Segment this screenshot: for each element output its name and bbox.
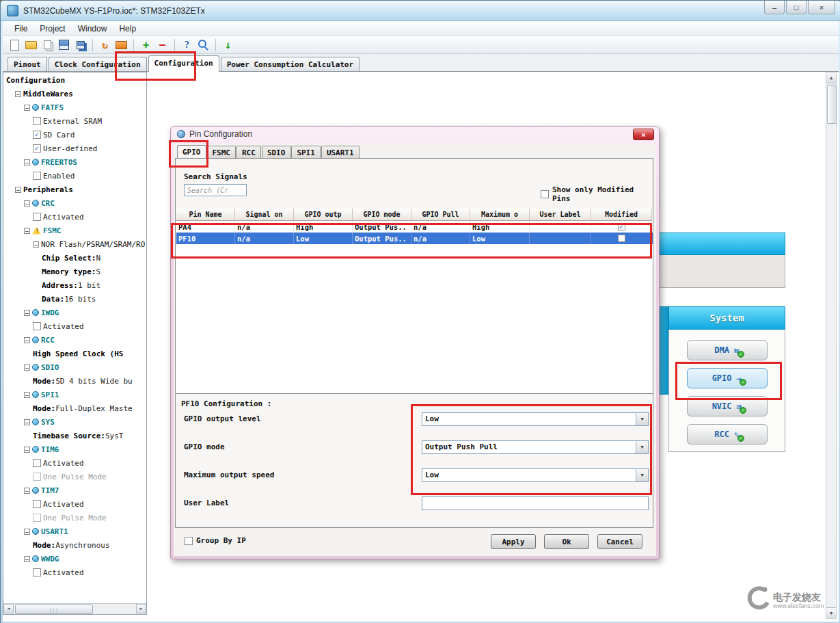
generate-icon[interactable] [115,38,128,51]
expand-toggle-icon[interactable]: − [24,105,30,111]
tree-node[interactable]: −IWDG [3,306,146,319]
menu-item-project[interactable]: Project [33,23,71,35]
table-row[interactable]: PF10n/aLowOutput Pus..n/aLow [176,233,653,244]
tree-node[interactable]: −Peripherals [3,183,146,196]
checkbox[interactable]: ✓ [33,144,41,153]
expand-toggle-icon[interactable]: − [33,241,39,248]
tab-configuration[interactable]: Configuration [148,55,219,72]
modified-checkbox[interactable]: ✓ [618,223,625,230]
user-label-input[interactable] [422,496,649,510]
tree-node[interactable]: One Pulse Mode [3,470,146,483]
maximize-button[interactable]: □ [786,1,807,14]
tree-horizontal-scrollbar[interactable]: ◄ ||| ► [3,603,146,614]
tree-node[interactable]: Timebase Source:SysT [3,429,146,442]
tree-node[interactable]: −SYS [3,415,146,429]
tree-node[interactable]: Activated [3,566,146,579]
tree-node[interactable]: Mode:Full-Duplex Maste [3,401,146,415]
tree-node[interactable]: Activated [3,210,146,224]
tree-node[interactable]: −WWDG [3,552,146,566]
tree-node[interactable]: Configuration [3,73,146,87]
tree-node[interactable]: −MiddleWares [3,87,146,101]
new-file-icon[interactable] [8,38,21,51]
dialog-tab-sdio[interactable]: SDIO [262,146,291,159]
scrollbar-thumb[interactable]: ||| [15,605,93,614]
expand-toggle-icon[interactable]: − [24,556,30,562]
tree-node[interactable]: Activated [3,319,146,333]
tree-node[interactable]: −RCC [3,333,146,347]
main-vertical-scrollbar[interactable]: ▲ ▼ [826,72,837,619]
tree-node[interactable]: −CRC [3,196,146,210]
checkbox[interactable] [33,322,41,330]
tree-node[interactable]: −TIM7 [3,483,146,497]
checkbox[interactable] [33,459,41,467]
tree-node[interactable]: External SRAM [3,114,146,128]
tree-node[interactable]: Data:16 bits [3,292,146,306]
checkbox[interactable] [33,117,41,125]
show-only-modified-checkbox[interactable] [541,190,549,198]
expand-toggle-icon[interactable]: − [15,91,21,97]
generate-code-icon[interactable] [221,38,234,51]
tree-node[interactable]: −SDIO [3,360,146,374]
tree-node[interactable]: −FSMC [3,224,146,237]
modified-checkbox[interactable] [618,235,625,242]
tree-node[interactable]: −FATFS [3,101,146,114]
table-row[interactable]: PA4n/aHighOutput Pus..n/aHigh✓ [176,221,653,233]
menu-item-file[interactable]: File [8,23,33,35]
menu-item-window[interactable]: Window [72,23,113,35]
tree-node[interactable]: Mode:SD 4 bits Wide bu [3,374,146,388]
expand-toggle-icon[interactable]: − [24,447,30,453]
combo-gpio-mode[interactable]: Output Push Pull▼ [422,440,649,454]
minimize-button[interactable]: – [764,1,785,14]
scroll-right-icon[interactable]: ► [136,604,146,613]
dialog-tab-gpio[interactable]: GPIO [177,145,206,159]
tree-node[interactable]: Activated [3,497,146,511]
scrollbar-thumb[interactable] [827,85,837,124]
tree-node[interactable]: Mode:Asynchronous [3,538,146,552]
checkbox[interactable]: ✓ [33,131,41,139]
scroll-up-icon[interactable]: ▲ [826,72,836,83]
expand-toggle-icon[interactable]: − [24,392,30,398]
menu-item-help[interactable]: Help [113,23,142,35]
search-input[interactable] [184,184,247,196]
copy-icon[interactable] [41,38,54,51]
system-button-rcc[interactable]: RCC✎✓ [687,424,768,445]
system-button-gpio[interactable]: GPIO→✓ [687,368,768,388]
ok-button[interactable]: Ok [544,534,589,549]
system-button-dma[interactable]: DMA⇆✓ [687,340,768,360]
tree-node[interactable]: −FREERTOS [3,155,146,169]
tree-node[interactable]: −SPI1 [3,388,146,401]
tree-node[interactable]: ✓SD Card [3,128,146,142]
tree-node[interactable]: −USART1 [3,525,146,538]
scroll-left-icon[interactable]: ◄ [3,604,14,613]
checkbox[interactable] [33,568,41,576]
tree-node[interactable]: ✓User-defined [3,142,146,155]
help-icon[interactable] [180,38,193,51]
checkbox[interactable] [33,213,41,221]
dropdown-arrow-icon[interactable]: ▼ [636,413,648,425]
search-icon[interactable] [197,38,210,51]
save-all-icon[interactable] [74,38,87,51]
tree-node[interactable]: Chip Select:N [3,251,146,265]
dialog-tab-rcc[interactable]: RCC [236,146,261,159]
tree-node[interactable]: Activated [3,456,146,470]
plus-icon[interactable] [139,38,152,51]
minus-icon[interactable] [156,38,169,51]
expand-toggle-icon[interactable]: − [24,419,30,425]
expand-toggle-icon[interactable]: − [24,200,30,207]
tree-node[interactable]: Enabled [3,169,146,183]
group-by-ip-checkbox[interactable] [185,537,193,545]
apply-button[interactable]: Apply [491,534,536,549]
tab-clock-configuration[interactable]: Clock Configuration [49,57,147,71]
close-button[interactable]: × [808,1,835,14]
tab-power-consumption-calculator[interactable]: Power Consumption Calculator [221,57,360,71]
expand-toggle-icon[interactable]: − [24,529,30,535]
combo-gpio-output-level[interactable]: Low▼ [422,412,649,426]
expand-toggle-icon[interactable]: − [24,159,30,165]
dialog-tab-spi1[interactable]: SPI1 [291,146,321,159]
tree-node[interactable]: High Speed Clock (HS [3,347,146,360]
checkbox[interactable] [33,500,41,508]
save-icon[interactable] [57,38,70,51]
tree-node[interactable]: −NOR Flash/PSRAM/SRAM/RO [3,237,146,251]
cancel-button[interactable]: Cancel [597,534,642,549]
dropdown-arrow-icon[interactable]: ▼ [636,441,648,453]
